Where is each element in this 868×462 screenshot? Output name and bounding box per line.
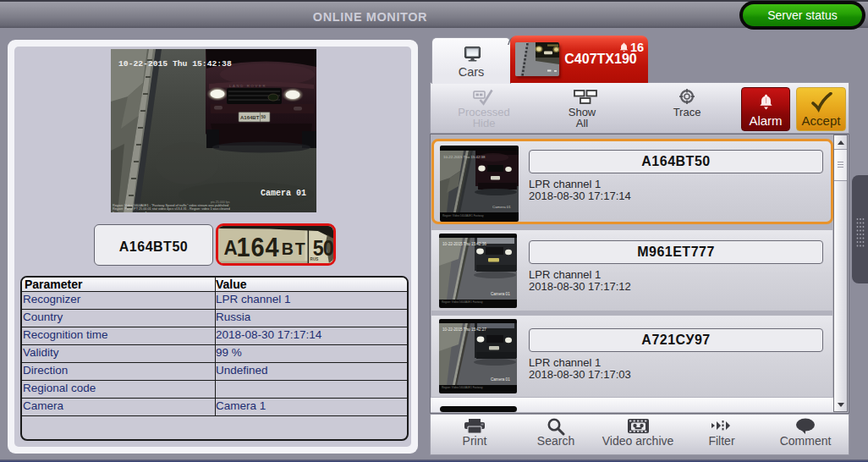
svg-text:Frame camera stream 1: Frame camera stream 1 — [113, 212, 147, 213]
svg-text:10-22-2015 Thu 15:42:38: 10-22-2015 Thu 15:42:38 — [118, 59, 232, 69]
svg-text:164: 164 — [236, 233, 279, 261]
svg-text:Region: Video 5604A0E1 Fastway: Region: Video 5604A0E1 Fastway — [442, 386, 483, 389]
svg-text:Camera 01: Camera 01 — [492, 205, 511, 209]
svg-text:BT: BT — [282, 239, 307, 258]
svg-text:50: 50 — [313, 236, 333, 260]
svg-text:Region: Video 5604A0E1 Fastway: Region: Video 5604A0E1 Fastway — [442, 300, 483, 304]
svg-text:Camera 01: Camera 01 — [491, 377, 510, 382]
svg-text:A: A — [224, 236, 238, 259]
svg-text:10-22-2015 Thu 15:42:36: 10-22-2015 Thu 15:42:36 — [442, 242, 486, 246]
svg-text:10-22-2015 Thu 15:42:38: 10-22-2015 Thu 15:42:38 — [443, 155, 486, 159]
svg-text:LAND ROVER: LAND ROVER — [229, 84, 266, 88]
svg-text:10-22-2015 Thu 15:42:27: 10-22-2015 Thu 15:42:27 — [442, 327, 486, 332]
svg-text:A164BT: A164BT — [240, 115, 260, 120]
svg-text:Camera 01: Camera 01 — [491, 292, 510, 296]
svg-text:50: 50 — [261, 114, 266, 119]
svg-text:Camera 01: Camera 01 — [261, 189, 306, 198]
svg-text:RUS: RUS — [310, 258, 319, 262]
svg-text:Region: Video 5604A0E1 Fastway: Region: Video 5604A0E1 Fastway — [442, 214, 484, 217]
